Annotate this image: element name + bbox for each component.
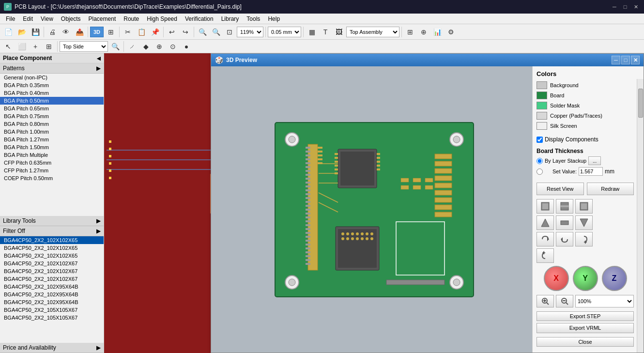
add-button[interactable]: +	[29, 40, 42, 53]
menu-file[interactable]: File	[2, 15, 19, 23]
list-item-coep[interactable]: COEP Pitch 0.50mm	[0, 174, 104, 182]
3d-button[interactable]: 3D	[90, 27, 104, 37]
rot-btn-4[interactable]	[537, 215, 554, 230]
z-rotation-circle[interactable]: Z	[602, 266, 627, 291]
comp-item-3[interactable]: BGA4CP50_2X2_102X102X65	[0, 252, 104, 260]
pattern-button[interactable]: ⊞	[43, 40, 55, 53]
canvas-area[interactable]: 🎲 3D Preview ─ □ ✕	[104, 53, 644, 353]
export-button[interactable]: 📤	[73, 26, 86, 38]
zoom-out-3d-button[interactable]	[556, 295, 573, 307]
stackup-button[interactable]: ...	[588, 156, 601, 165]
comp-item-7[interactable]: BGA4CP50_2X2_102X95X64B	[0, 283, 104, 291]
dialog-close-btn[interactable]: ✕	[631, 56, 640, 64]
list-item-bga075[interactable]: BGA Pitch 0.75mm	[0, 112, 104, 120]
price-header[interactable]: Price and Availability ▶	[0, 343, 104, 353]
image-button[interactable]: 🖼	[333, 26, 345, 38]
list-item-cfp127[interactable]: CFP Pitch 1.27mm	[0, 167, 104, 174]
copy-button[interactable]: 📋	[135, 26, 148, 38]
set-value-radio[interactable]	[537, 169, 543, 175]
toggle-button[interactable]: ⊞	[105, 26, 117, 38]
list-item-cfp635[interactable]: CFP Pitch 0.635mm	[0, 159, 104, 167]
drc-button[interactable]: ▦	[306, 26, 318, 38]
copper-color-swatch[interactable]	[537, 112, 547, 120]
menu-library[interactable]: Library	[217, 15, 243, 23]
print-preview-button[interactable]: 👁	[60, 26, 72, 38]
zoom-in-3d-button[interactable]	[537, 295, 554, 307]
set-value-input[interactable]	[579, 167, 603, 176]
list-item-bga050[interactable]: BGA Pitch 0.50mm	[0, 97, 104, 105]
list-item-bga150[interactable]: BGA Pitch 1.50mm	[0, 143, 104, 151]
right-panel-scrollbar[interactable]	[637, 79, 644, 353]
menu-placement[interactable]: Placement	[85, 15, 120, 23]
scrollbar-thumb[interactable]	[638, 89, 643, 118]
comp-item-4[interactable]: BGA4CP50_2X2_102X102X67	[0, 260, 104, 267]
layers-button[interactable]: 📊	[431, 26, 444, 38]
rot-btn-8[interactable]	[556, 232, 573, 246]
open-button[interactable]: 📂	[15, 26, 28, 38]
redo-button[interactable]: ↪	[179, 26, 192, 38]
menu-view[interactable]: View	[37, 15, 57, 23]
menu-highspeed[interactable]: High Speed	[143, 15, 181, 23]
net-button[interactable]: ⊕	[417, 26, 430, 38]
comp-item-8[interactable]: BGA4CP50_2X2_102X95X64B	[0, 291, 104, 298]
text-button[interactable]: T	[319, 26, 332, 38]
rot-btn-5[interactable]	[556, 215, 573, 230]
comp-item-9[interactable]: BGA4CP50_2X2_102X95X64B	[0, 298, 104, 306]
board-color-swatch[interactable]	[537, 92, 547, 99]
grid-select[interactable]: 0.05 mm 0.1 mm 0.25 mm	[268, 27, 301, 37]
menu-help[interactable]: Help	[264, 15, 284, 23]
menu-route[interactable]: Route	[120, 15, 143, 23]
display-components-checkbox[interactable]	[537, 137, 543, 143]
layer-select[interactable]: Top Assembly Bottom Assembly Top Copper	[346, 27, 399, 37]
minimize-button[interactable]: ─	[610, 2, 619, 11]
list-item-bga100[interactable]: BGA Pitch 1.00mm	[0, 128, 104, 136]
dialog-titlebar[interactable]: 🎲 3D Preview ─ □ ✕	[211, 54, 644, 66]
3d-view[interactable]	[211, 66, 532, 353]
grid-toggle-button[interactable]: ⊞	[404, 26, 416, 38]
rot-btn-3[interactable]	[575, 199, 593, 214]
search-button[interactable]: 🔍	[109, 40, 122, 53]
comp-item-6[interactable]: BGA4CP50_2X2_102X102X67	[0, 275, 104, 283]
library-tools-header[interactable]: Library Tools ▶	[0, 216, 104, 226]
comp-item-10[interactable]: BGA4CP50_2X2_105X105X67	[0, 306, 104, 314]
x-rotation-circle[interactable]: X	[544, 266, 569, 291]
export-vrml-button[interactable]: Export VRML	[537, 323, 634, 333]
tool2-button[interactable]: ◆	[139, 40, 152, 53]
tool1-button[interactable]: ⟋	[126, 40, 138, 53]
zoom-select[interactable]: 119% 100% 150%	[237, 27, 263, 37]
cut-button[interactable]: ✂	[122, 26, 134, 38]
list-item-bga065[interactable]: BGA Pitch 0.65mm	[0, 105, 104, 112]
tool5-button[interactable]: ●	[180, 40, 193, 53]
comp-item-1[interactable]: BGA4CP50_2X2_102X102X65	[0, 236, 104, 244]
save-button[interactable]: 💾	[29, 26, 42, 38]
list-item-bga040[interactable]: BGA Pitch 0.40mm	[0, 89, 104, 97]
tool4-button[interactable]: ⊙	[167, 40, 179, 53]
background-color-swatch[interactable]	[537, 81, 547, 89]
restore-button[interactable]: □	[621, 2, 629, 11]
rot-btn-9[interactable]	[575, 232, 593, 246]
paste-button[interactable]: 📌	[149, 26, 161, 38]
rot-btn-6[interactable]	[575, 215, 593, 230]
3d-zoom-select[interactable]: 100% 50% 150% 200%	[575, 295, 634, 307]
undo-button[interactable]: ↩	[166, 26, 178, 38]
comp-item-11[interactable]: BGA4CP50_2X2_105X105X67	[0, 314, 104, 322]
new-button[interactable]: 📄	[2, 26, 15, 38]
menu-objects[interactable]: Objects	[57, 15, 85, 23]
list-item-bgamul[interactable]: BGA Pitch Multiple	[0, 151, 104, 159]
comp-item-2[interactable]: BGA4CP50_2X2_102X102X65	[0, 244, 104, 252]
dialog-restore-btn[interactable]: □	[621, 56, 630, 64]
zoom-in-button[interactable]: 🔍	[210, 26, 222, 38]
rect-select-button[interactable]: ⬜	[15, 40, 28, 53]
silkscreen-color-swatch[interactable]	[537, 122, 547, 130]
rot-btn-2[interactable]	[556, 199, 573, 214]
menu-tools[interactable]: Tools	[243, 15, 264, 23]
close-button[interactable]: ✕	[631, 2, 640, 11]
patterns-section-header[interactable]: Patterns ▶	[0, 63, 104, 74]
select-button[interactable]: ↖	[2, 40, 15, 53]
settings-button[interactable]: ⚙	[445, 26, 457, 38]
menu-edit[interactable]: Edit	[19, 15, 37, 23]
zoom-out-button[interactable]: 🔍	[196, 26, 209, 38]
place-component-header[interactable]: Place Component ◀	[0, 53, 104, 63]
reset-view-button[interactable]: Reset View	[537, 183, 584, 195]
by-layer-stackup-radio[interactable]	[537, 158, 543, 164]
